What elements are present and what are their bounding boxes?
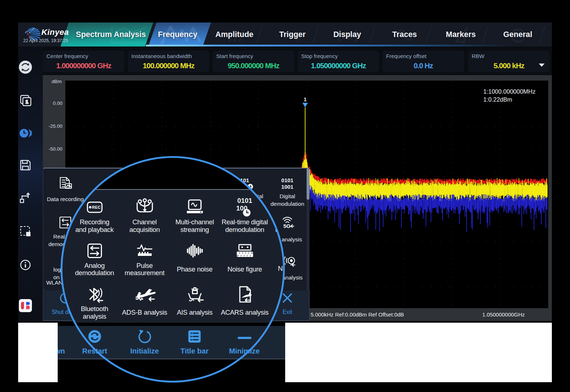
svg-text:1: 1 (25, 99, 28, 105)
svg-text:1: 1 (304, 97, 307, 102)
